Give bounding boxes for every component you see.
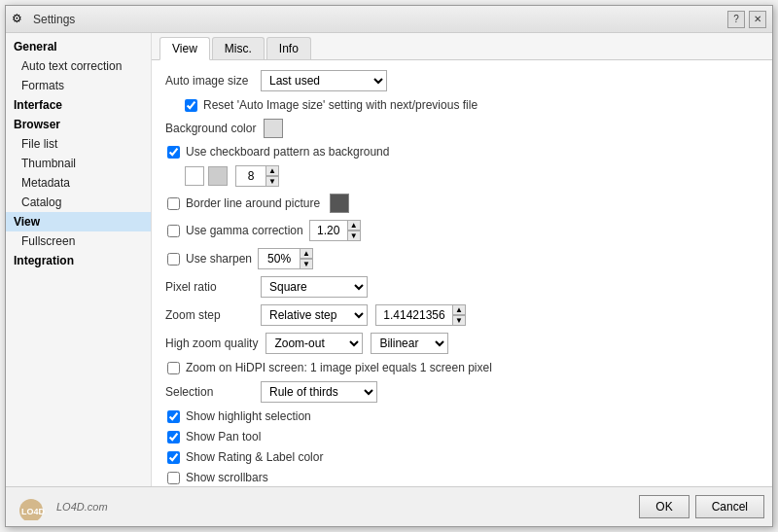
help-button[interactable]: ? [727,11,745,28]
background-color-picker[interactable] [264,119,283,138]
window-icon: ⚙ [12,12,27,27]
sidebar-item-interface[interactable]: Interface [6,95,151,115]
sidebar-item-view[interactable]: View [6,212,151,231]
border-line-row: Border line around picture [167,194,759,213]
selection-select[interactable]: Rule of thirds Golden ratio Grid None [261,381,377,403]
checkboard-size-spin: ▲ ▼ [235,165,279,187]
svg-text:LO4D: LO4D [21,507,46,516]
auto-image-size-select[interactable]: Last used Fit window Original size Fit w… [261,70,387,91]
sharpen-up[interactable]: ▲ [300,248,313,259]
show-rating-row: Show Rating & Label color [167,450,759,464]
sidebar-item-file-list[interactable]: File list [6,134,151,154]
sidebar-item-thumbnail[interactable]: Thumbnail [6,154,151,173]
gamma-up[interactable]: ▲ [347,220,361,231]
zoom-hidpi-checkbox[interactable] [167,362,180,374]
logo-text: LO4D.com [56,501,108,513]
show-scrollbars-label: Show scrollbars [186,471,268,484]
selection-label: Selection [165,385,253,399]
sidebar-item-integration[interactable]: Integration [6,251,151,270]
checkboard-label: Use checkboard pattern as background [186,145,389,159]
tab-view[interactable]: View [159,37,210,60]
ok-button[interactable]: OK [639,495,689,518]
sidebar-item-browser[interactable]: Browser [6,115,151,134]
gamma-down[interactable]: ▼ [347,231,361,241]
sharpen-row: Use sharpen ▲ ▼ [167,248,759,269]
show-pan-label: Show Pan tool [186,430,261,443]
high-zoom-quality-row: High zoom quality Zoom-out Zoom-in Both … [165,333,759,354]
high-zoom-quality-select[interactable]: Zoom-out Zoom-in Both [265,333,363,354]
background-color-row: Background color [165,119,759,138]
border-line-label: Border line around picture [186,196,320,210]
gamma-checkbox[interactable] [167,225,180,237]
show-rating-checkbox[interactable] [167,451,180,464]
zoom-step-down[interactable]: ▼ [452,315,466,326]
content-area: View Misc. Info Auto image size Last use… [152,33,772,486]
high-zoom-bilinear-select[interactable]: Bilinear Bicubic Lanczos [371,333,448,354]
titlebar-buttons: ? ✕ [727,11,766,28]
sharpen-label: Use sharpen [186,252,252,266]
sidebar-item-metadata[interactable]: Metadata [6,173,151,193]
tabs: View Misc. Info [152,33,772,60]
cancel-button[interactable]: Cancel [695,495,764,518]
sharpen-down[interactable]: ▼ [300,259,313,269]
tab-misc[interactable]: Misc. [212,37,265,59]
reset-auto-image-checkbox[interactable] [185,99,197,112]
auto-image-size-label: Auto image size [165,74,253,88]
show-scrollbars-row: Show scrollbars [167,471,759,484]
reset-auto-image-label: Reset 'Auto Image size' setting with nex… [203,98,477,112]
sidebar-item-fullscreen[interactable]: Fullscreen [6,231,151,251]
show-pan-row: Show Pan tool [167,430,759,443]
logo-icon: LO4D [14,493,49,520]
checkboard-size-input[interactable] [235,165,266,187]
tab-info[interactable]: Info [266,37,311,59]
sidebar-item-general[interactable]: General [6,37,151,56]
checkboard-size-down[interactable]: ▼ [265,176,279,187]
border-line-checkbox[interactable] [167,197,180,210]
auto-image-size-row: Auto image size Last used Fit window Ori… [165,70,759,91]
zoom-step-row: Zoom step Relative step Absolute step ▲ … [165,304,759,326]
zoom-step-label: Zoom step [165,308,253,322]
titlebar: ⚙ Settings ? ✕ [6,6,772,33]
sidebar-item-catalog[interactable]: Catalog [6,193,151,212]
selection-row: Selection Rule of thirds Golden ratio Gr… [165,381,759,403]
zoom-step-select[interactable]: Relative step Absolute step [261,304,368,326]
bottom-bar: LO4D LO4D.com OK Cancel [6,486,772,526]
zoom-hidpi-row: Zoom on HiDPI screen: 1 image pixel equa… [167,361,759,374]
checkboard-size-up[interactable]: ▲ [265,165,279,176]
gamma-label: Use gamma correction [186,224,303,237]
background-color-label: Background color [165,122,256,135]
zoom-step-up[interactable]: ▲ [452,304,466,315]
gamma-input[interactable] [309,220,348,241]
sidebar-item-formats[interactable]: Formats [6,76,151,95]
show-highlight-label: Show highlight selection [186,409,311,423]
zoom-step-spin: ▲ ▼ [375,304,466,326]
close-button[interactable]: ✕ [749,11,766,28]
checkboard-size-spinbtns: ▲ ▼ [265,165,279,187]
show-pan-checkbox[interactable] [167,431,180,443]
gamma-spinbtns: ▲ ▼ [347,220,361,241]
zoom-step-spinbtns: ▲ ▼ [452,304,466,326]
checkboard-white-box[interactable] [185,166,204,186]
main-content: General Auto text correction Formats Int… [6,33,772,486]
pixel-ratio-select[interactable]: Square Custom [261,276,368,298]
checkboard-gray-box[interactable] [208,166,228,186]
settings-panel: Auto image size Last used Fit window Ori… [152,60,772,486]
show-highlight-checkbox[interactable] [167,410,180,423]
zoom-step-input[interactable] [375,304,453,326]
settings-window: ⚙ Settings ? ✕ General Auto text correct… [5,5,773,527]
zoom-hidpi-label: Zoom on HiDPI screen: 1 image pixel equa… [186,361,492,374]
reset-auto-image-row: Reset 'Auto Image size' setting with nex… [185,98,759,112]
checkboard-checkbox[interactable] [167,146,180,159]
border-color-picker[interactable] [330,194,349,213]
show-rating-label: Show Rating & Label color [186,450,323,464]
pixel-ratio-row: Pixel ratio Square Custom [165,276,759,298]
sidebar-item-auto-text-correction[interactable]: Auto text correction [6,56,151,76]
show-highlight-row: Show highlight selection [167,409,759,423]
sharpen-input[interactable] [258,248,301,269]
pixel-ratio-label: Pixel ratio [165,280,253,294]
checkboard-options-row: ▲ ▼ [185,165,759,187]
sharpen-spinbtns: ▲ ▼ [300,248,313,269]
gamma-row: Use gamma correction ▲ ▼ [167,220,759,241]
sharpen-checkbox[interactable] [167,253,180,266]
show-scrollbars-checkbox[interactable] [167,472,180,484]
